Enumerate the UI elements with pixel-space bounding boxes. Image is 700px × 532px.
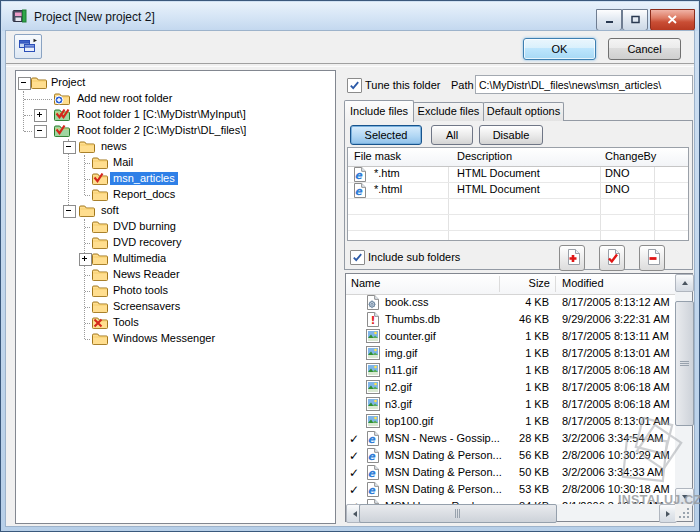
apply-mask-button[interactable] — [599, 245, 625, 271]
disable-filter-button[interactable]: Disable — [479, 125, 543, 145]
file-row[interactable]: n11.gif1 KB8/17/2005 8:06:18 AM — [346, 362, 675, 379]
tree-item[interactable]: news — [16, 139, 335, 155]
file-row[interactable]: top100.gif1 KB8/17/2005 8:13:01 AM — [346, 413, 675, 430]
column-header-name[interactable]: Name — [351, 277, 380, 289]
html-file-icon: e — [366, 431, 379, 448]
arrow-up-icon — [682, 281, 688, 285]
tree-item[interactable]: Root folder 2 [C:\MyDistr\DL_files\] — [16, 123, 335, 139]
mask-row[interactable] — [348, 198, 688, 215]
mask-row[interactable]: e*.htmlHTML DocumentDNO — [348, 182, 688, 199]
selected-filter-button[interactable]: Selected — [350, 125, 422, 145]
resize-grip[interactable] — [675, 504, 692, 521]
tree-item[interactable]: Add new root folder — [16, 91, 335, 107]
tree-item[interactable]: DVD burning — [16, 219, 335, 235]
tab-include-files[interactable]: Include files — [344, 100, 414, 122]
file-size: 1 KB — [489, 415, 549, 427]
file-size: 1 KB — [489, 347, 549, 359]
arrow-right-icon — [666, 511, 670, 517]
file-row[interactable]: book.css4 KB8/17/2005 8:13:12 AM — [346, 294, 675, 311]
cascade-windows-button[interactable] — [14, 34, 42, 59]
ok-button[interactable]: OK — [523, 38, 596, 60]
file-name: img.gif — [385, 347, 417, 359]
tab-default-options[interactable]: Default options — [483, 102, 564, 121]
maximize-button[interactable] — [622, 9, 648, 31]
html-file-icon: e — [366, 465, 379, 482]
tree-item[interactable]: Screensavers — [16, 299, 335, 315]
file-list-vertical-scrollbar[interactable] — [675, 274, 692, 504]
file-size: 53 KB — [489, 483, 549, 495]
tree-item[interactable]: Multimedia — [16, 251, 335, 267]
tree-expander[interactable] — [34, 109, 47, 122]
tree-expander[interactable] — [79, 253, 92, 266]
tree-item[interactable]: Root folder 1 [C:\MyDistr\MyInput\] — [16, 107, 335, 123]
mask-row[interactable]: e*.htmHTML DocumentDNO — [348, 166, 688, 183]
file-row[interactable]: n3.gif1 KB8/17/2005 8:06:18 AM — [346, 396, 675, 413]
file-row[interactable]: ✓eMSN Dating & Person...50 KB3/2/2006 3:… — [346, 464, 675, 481]
file-name: MSN Dating & Person... — [385, 483, 502, 495]
vertical-scroll-thumb[interactable] — [675, 301, 694, 426]
tree-item[interactable]: Windows Messenger — [16, 331, 335, 347]
file-modified: 8/17/2005 8:06:18 AM — [562, 364, 670, 376]
tree-expander[interactable] — [18, 77, 31, 90]
file-row[interactable]: ✓eMSN Dating & Person...53 KB2/8/2006 10… — [346, 481, 675, 498]
mask-value: *.htm — [374, 167, 400, 179]
file-list-header: NameSizeModified — [346, 274, 675, 295]
toolbar-separator — [6, 63, 694, 67]
mask-row[interactable] — [348, 230, 688, 241]
included-check-mark: ✓ — [349, 432, 359, 446]
column-header-size[interactable]: Size — [496, 277, 550, 289]
add-mask-button[interactable] — [559, 245, 585, 271]
tree-item-label: Root folder 2 [C:\MyDistr\DL_files\] — [74, 124, 249, 137]
file-size: 4 KB — [489, 296, 549, 308]
tree-item[interactable]: Project — [16, 75, 335, 91]
tree-item[interactable]: Tools — [16, 315, 335, 331]
column-divider[interactable] — [555, 276, 556, 292]
remove-mask-button[interactable] — [639, 245, 665, 271]
db-file-icon: ! — [366, 312, 379, 329]
close-button[interactable] — [650, 9, 695, 31]
all-filter-button[interactable]: All — [431, 125, 473, 145]
mask-row[interactable] — [348, 214, 688, 231]
file-list-horizontal-scrollbar[interactable] — [346, 504, 675, 521]
file-row[interactable]: !Thumbs.db46 KB9/29/2006 3:22:31 AM — [346, 311, 675, 328]
column-header-modified[interactable]: Modified — [562, 277, 604, 289]
tree-item[interactable]: Mail — [16, 155, 335, 171]
include-subfolders-checkbox[interactable] — [350, 250, 365, 265]
horizontal-scroll-thumb[interactable] — [359, 504, 557, 523]
tree-expander[interactable] — [63, 141, 76, 154]
folder-icon — [92, 188, 110, 202]
tree-item[interactable]: msn_articles — [16, 171, 335, 187]
included-check-mark: ✓ — [349, 449, 359, 463]
file-row[interactable]: ✓eMSN - News - Gossip...28 KB3/2/2006 3:… — [346, 430, 675, 447]
minimize-button[interactable] — [596, 9, 622, 31]
file-modified: 3/2/2006 3:34:54 AM — [562, 432, 664, 444]
folder-check-icon — [92, 172, 110, 186]
file-row[interactable]: img.gif1 KB8/17/2005 8:13:01 AM — [346, 345, 675, 362]
tree-item[interactable]: Photo tools — [16, 283, 335, 299]
tree-item[interactable]: Report_docs — [16, 187, 335, 203]
tree-item-label: Multimedia — [110, 252, 169, 265]
path-field[interactable] — [475, 75, 693, 94]
column-header-file-mask[interactable]: File mask — [354, 150, 401, 162]
tree-item[interactable]: DVD recovery — [16, 235, 335, 251]
file-row[interactable]: counter.gif1 KB8/17/2005 8:13:11 AM — [346, 328, 675, 345]
file-name: Thumbs.db — [385, 313, 440, 325]
folder-icon — [92, 252, 110, 266]
project-dialog: Project [New project 2] OK Cancel Projec… — [0, 0, 700, 532]
file-row[interactable]: ✓eMSN Dating & Person...56 KB2/8/2006 10… — [346, 447, 675, 464]
tree-expander[interactable] — [34, 125, 47, 138]
scroll-up-button[interactable] — [675, 274, 694, 292]
tune-folder-checkbox[interactable] — [347, 78, 362, 93]
cancel-button[interactable]: Cancel — [608, 38, 681, 60]
column-header-description[interactable]: Description — [457, 150, 512, 162]
tree-item[interactable]: News Reader — [16, 267, 335, 283]
column-header-changeby[interactable]: ChangeBy — [605, 150, 656, 162]
tree-item[interactable]: soft — [16, 203, 335, 219]
folder-tree: ProjectAdd new root folderRoot folder 1 … — [15, 70, 336, 524]
file-row[interactable]: n2.gif1 KB8/17/2005 8:06:18 AM — [346, 379, 675, 396]
file-modified: 8/17/2005 8:13:01 AM — [562, 347, 670, 359]
tab-exclude-files[interactable]: Exclude files — [413, 102, 484, 121]
titlebar[interactable]: Project [New project 2] — [2, 2, 698, 31]
tree-expander[interactable] — [63, 205, 76, 218]
gif-file-icon — [366, 346, 380, 362]
